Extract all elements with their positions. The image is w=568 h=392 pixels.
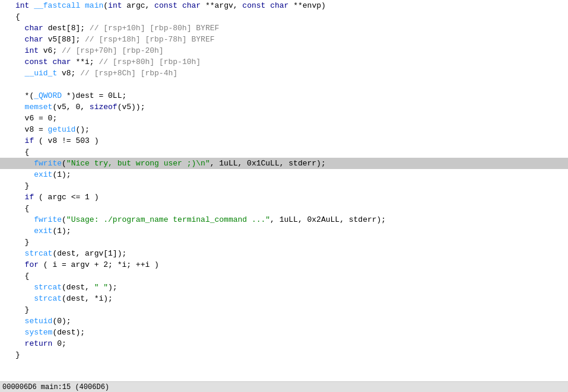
code-line: int __fastcall main(int argc, const char… xyxy=(0,0,568,11)
code-text: exit(1); xyxy=(15,169,566,180)
code-text: fwrite("Nice try, but wrong user ;)\n", … xyxy=(15,158,566,169)
code-text: fwrite("Usage: ./program_name terminal_c… xyxy=(15,214,566,225)
code-text: v6 = 0; xyxy=(15,113,566,124)
code-text: return 0; xyxy=(15,338,566,349)
code-line: } xyxy=(0,180,568,192)
code-text: for ( i = argv + 2; *i; ++i ) xyxy=(15,259,566,270)
code-text: { xyxy=(15,11,566,23)
code-text xyxy=(15,79,566,90)
code-text: strcat(dest, argv[1]); xyxy=(15,248,566,259)
code-text: int v6; // [rsp+70h] [rbp-20h] xyxy=(15,45,566,56)
status-text: 000006D6 main:15 (4006D6) xyxy=(2,383,109,391)
code-text: strcat(dest, " "); xyxy=(15,282,566,293)
code-text: int __fastcall main(int argc, const char… xyxy=(15,0,566,11)
code-line: v6 = 0; xyxy=(0,113,568,124)
code-text: if ( v8 != 503 ) xyxy=(15,135,566,146)
code-text: { xyxy=(15,270,566,282)
code-text: } xyxy=(15,349,566,361)
code-text: char v5[88]; // [rsp+18h] [rbp-78h] BYRE… xyxy=(15,34,566,45)
code-line: { xyxy=(0,146,568,158)
code-line: strcat(dest, argv[1]); xyxy=(0,248,568,259)
code-line: fwrite("Nice try, but wrong user ;)\n", … xyxy=(0,158,568,169)
code-line: setuid(0); xyxy=(0,315,568,327)
code-line: const char **i; // [rsp+80h] [rbp-10h] xyxy=(0,56,568,68)
code-line: { xyxy=(0,203,568,214)
code-text: strcat(dest, *i); xyxy=(15,293,566,304)
code-text: char dest[8]; // [rsp+10h] [rbp-80h] BYR… xyxy=(15,23,566,34)
code-line: { xyxy=(0,11,568,23)
code-text: memset(v5, 0, sizeof(v5)); xyxy=(15,101,566,113)
code-line: system(dest); xyxy=(0,327,568,338)
code-text: } xyxy=(15,180,566,192)
code-line: char v5[88]; // [rsp+18h] [rbp-78h] BYRE… xyxy=(0,34,568,45)
code-text: setuid(0); xyxy=(15,315,566,327)
code-line: { xyxy=(0,270,568,282)
code-line: exit(1); xyxy=(0,225,568,237)
status-bar: 000006D6 main:15 (4006D6) xyxy=(0,381,568,392)
code-text: } xyxy=(15,237,566,248)
code-text: } xyxy=(15,304,566,315)
code-line: for ( i = argv + 2; *i; ++i ) xyxy=(0,259,568,270)
code-line: v8 = getuid(); xyxy=(0,124,568,135)
code-line: int v6; // [rsp+70h] [rbp-20h] xyxy=(0,45,568,56)
code-line: exit(1); xyxy=(0,169,568,180)
code-text: { xyxy=(15,203,566,214)
code-line: return 0; xyxy=(0,338,568,349)
code-text: v8 = getuid(); xyxy=(15,124,566,135)
code-text: { xyxy=(15,146,566,158)
code-line: } xyxy=(0,237,568,248)
code-line: strcat(dest, " "); xyxy=(0,282,568,293)
code-text: __uid_t v8; // [rsp+8Ch] [rbp-4h] xyxy=(15,68,566,79)
code-text: if ( argc <= 1 ) xyxy=(15,192,566,203)
code-text: system(dest); xyxy=(15,327,566,338)
code-line: strcat(dest, *i); xyxy=(0,293,568,304)
code-area: int __fastcall main(int argc, const char… xyxy=(0,0,568,361)
code-line: if ( argc <= 1 ) xyxy=(0,192,568,203)
code-text: const char **i; // [rsp+80h] [rbp-10h] xyxy=(15,56,566,68)
code-line xyxy=(0,79,568,90)
code-line: char dest[8]; // [rsp+10h] [rbp-80h] BYR… xyxy=(0,23,568,34)
code-line: __uid_t v8; // [rsp+8Ch] [rbp-4h] xyxy=(0,68,568,79)
code-text: exit(1); xyxy=(15,225,566,237)
code-line: } xyxy=(0,304,568,315)
code-line: } xyxy=(0,349,568,361)
code-line: fwrite("Usage: ./program_name terminal_c… xyxy=(0,214,568,225)
code-line: if ( v8 != 503 ) xyxy=(0,135,568,146)
code-text: *(_QWORD *)dest = 0LL; xyxy=(15,90,566,101)
code-line: *(_QWORD *)dest = 0LL; xyxy=(0,90,568,101)
code-line: memset(v5, 0, sizeof(v5)); xyxy=(0,101,568,113)
code-container: int __fastcall main(int argc, const char… xyxy=(0,0,568,392)
